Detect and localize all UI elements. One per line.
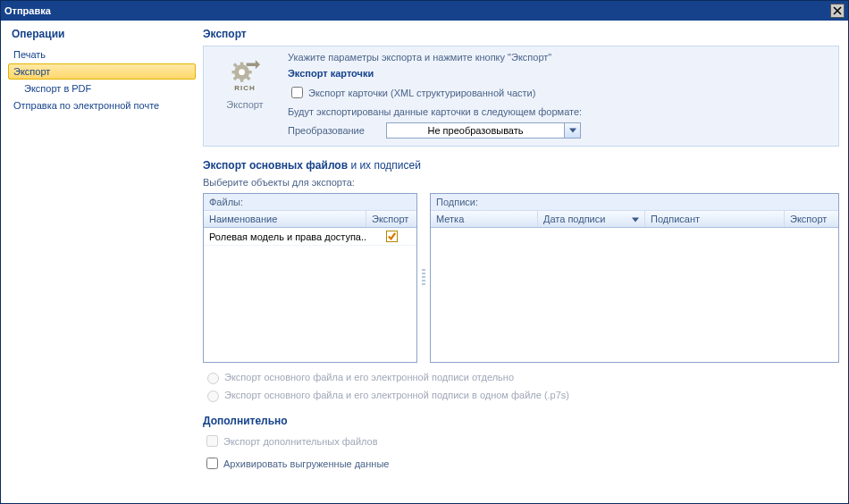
radio-separate-row: Экспорт основного файла и его электронно…: [203, 370, 839, 384]
chevron-down-icon: [569, 128, 576, 133]
window-title: Отправка: [4, 5, 51, 16]
splitter-handle[interactable]: [421, 193, 426, 363]
svg-point-3: [239, 69, 245, 75]
nav-print[interactable]: Печать: [8, 46, 196, 63]
extra-files-row: Экспорт дополнительных файлов: [203, 433, 839, 449]
card-export-checkbox[interactable]: [291, 87, 303, 98]
nav-export-pdf[interactable]: Экспорт в PDF: [8, 80, 196, 97]
col-sig-date-label: Дата подписи: [543, 214, 605, 224]
page-title: Экспорт: [203, 26, 839, 46]
svg-rect-4: [240, 63, 243, 66]
radio-p7s-row: Экспорт основного файла и его электронно…: [203, 388, 839, 402]
card-desc: Будут экспортированы данные карточки в с…: [288, 106, 833, 117]
file-export-cell[interactable]: [366, 228, 416, 245]
sidebar-title: Операции: [8, 26, 196, 46]
transform-combo: [386, 122, 581, 139]
export-hint: Укажите параметры экспорта и нажмите кно…: [288, 52, 833, 63]
col-sig-mark[interactable]: Метка: [431, 211, 538, 227]
archive-row: Архивировать выгруженные данные: [203, 455, 839, 472]
transform-dropdown-button[interactable]: [565, 122, 581, 139]
sigs-grid-body: [431, 228, 838, 362]
col-file-export[interactable]: Экспорт: [366, 211, 416, 227]
files-grid-header: Наименование Экспорт: [204, 211, 416, 228]
nav-send-email[interactable]: Отправка по электронной почте: [8, 97, 196, 113]
close-icon: [833, 6, 842, 15]
gear-arrow-icon: [230, 55, 260, 86]
icon-tag: RICH: [234, 84, 256, 92]
files-panel: Файлы: Наименование Экспорт Ролевая моде…: [203, 193, 417, 363]
titlebar: Отправка: [1, 1, 848, 21]
transform-input[interactable]: [386, 122, 565, 139]
col-sig-signer[interactable]: Подписант: [645, 211, 785, 227]
table-row[interactable]: Ролевая модель и права доступа...: [204, 228, 416, 246]
extra-title: Дополнительно: [203, 415, 839, 427]
card-export-checkbox-row: Экспорт карточки (XML структурированной …: [288, 84, 833, 101]
files-section-title-b: и их подписей: [348, 159, 421, 172]
window: Отправка Операции Печать Экспорт Экспорт…: [0, 0, 849, 504]
nav-export[interactable]: Экспорт: [8, 63, 196, 80]
files-grid-body: Ролевая модель и права доступа...: [204, 228, 416, 362]
card-section-title: Экспорт карточки: [288, 68, 833, 79]
card-export-checkbox-label: Экспорт карточки (XML структурированной …: [308, 88, 535, 98]
transform-label: Преобразование: [288, 125, 386, 136]
svg-rect-7: [248, 71, 251, 73]
signatures-panel: Подписи: Метка Дата подписи Подписант Эк…: [430, 193, 839, 363]
sigs-grid-header: Метка Дата подписи Подписант Экспорт: [431, 211, 838, 228]
svg-rect-5: [240, 79, 243, 82]
sidebar: Операции Печать Экспорт Экспорт в PDF От…: [1, 21, 198, 503]
radio-separate-label: Экспорт основного файла и его электронно…: [224, 372, 514, 382]
export-icon-box: RICH Экспорт: [209, 52, 281, 140]
archive-checkbox[interactable]: [206, 458, 218, 469]
export-card-block: RICH Экспорт Укажите параметры экспорта …: [203, 46, 839, 147]
radio-p7s[interactable]: [207, 391, 219, 402]
radio-separate[interactable]: [207, 373, 219, 384]
file-name-cell: Ролевая модель и права доступа...: [204, 228, 366, 245]
radio-p7s-label: Экспорт основного файла и его электронно…: [224, 390, 569, 400]
sort-desc-icon: [632, 214, 639, 224]
archive-label: Архивировать выгруженные данные: [223, 458, 389, 469]
sigs-panel-title: Подписи:: [431, 194, 838, 211]
main-pane: Экспорт RIC: [198, 21, 848, 503]
col-sig-export[interactable]: Экспорт: [785, 211, 838, 227]
transform-row: Преобразование: [288, 122, 833, 139]
lists-container: Файлы: Наименование Экспорт Ролевая моде…: [203, 193, 839, 363]
files-section-title: Экспорт основных файлов и их подписей: [203, 159, 839, 172]
extra-files-checkbox[interactable]: [206, 435, 218, 447]
checked-icon: [386, 231, 398, 242]
col-sig-date[interactable]: Дата подписи: [538, 211, 645, 227]
files-section-title-a: Экспорт основных файлов: [203, 159, 348, 172]
icon-caption: Экспорт: [226, 99, 263, 110]
files-subdesc: Выберите объекты для экспорта:: [203, 177, 839, 188]
svg-rect-6: [232, 71, 236, 73]
col-file-name[interactable]: Наименование: [204, 211, 366, 227]
files-panel-title: Файлы:: [204, 194, 416, 211]
extra-files-label: Экспорт дополнительных файлов: [223, 436, 378, 447]
close-button[interactable]: [830, 4, 845, 18]
